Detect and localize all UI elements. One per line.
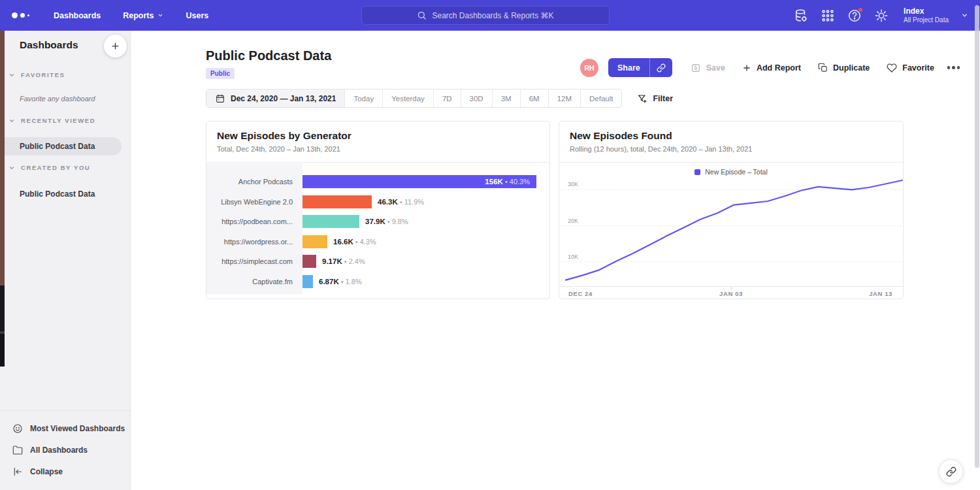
logo-dot bbox=[12, 12, 18, 18]
svg-text:10K: 10K bbox=[568, 253, 578, 260]
range-option-12m[interactable]: 12M bbox=[548, 90, 580, 107]
bar-segment[interactable] bbox=[302, 235, 327, 248]
bar-row: https://podbean.com...37.9K • 9.8% bbox=[206, 212, 549, 232]
share-link-button[interactable] bbox=[649, 58, 672, 77]
bar-category-label: https://simplecast.com bbox=[206, 257, 302, 265]
chevron-down-icon bbox=[157, 12, 163, 18]
search-placeholder: Search Dashboards & Reports ⌘K bbox=[432, 11, 553, 20]
bar-segment[interactable] bbox=[302, 215, 359, 228]
public-badge: Public bbox=[206, 68, 235, 79]
svg-text:20K: 20K bbox=[568, 218, 578, 224]
bar-category-label: Captivate.fm bbox=[206, 278, 302, 286]
all-dashboards-button[interactable]: All Dashboards bbox=[0, 439, 130, 461]
help-icon[interactable] bbox=[847, 8, 862, 23]
filter-button[interactable]: Filter bbox=[637, 93, 673, 104]
sidebar: Dashboards FAVORITES Favorite any dashbo… bbox=[0, 31, 131, 490]
collapse-sidebar-button[interactable]: Collapse bbox=[0, 461, 130, 482]
section-label: RECENTLY VIEWED bbox=[21, 117, 95, 124]
chart-legend[interactable]: New Episode – Total bbox=[559, 168, 903, 176]
vertical-scrollbar[interactable] bbox=[975, 5, 979, 468]
app-logo[interactable] bbox=[12, 12, 38, 18]
more-options-button[interactable] bbox=[947, 66, 960, 69]
plus-icon bbox=[742, 63, 751, 73]
date-toolbar: Dec 24, 2020 — Jan 13, 2021 TodayYesterd… bbox=[206, 89, 673, 108]
bar-category-label: https://wordpress.or... bbox=[206, 238, 302, 246]
add-report-label: Add Report bbox=[757, 63, 801, 73]
x-tick-label: JAN 13 bbox=[869, 290, 892, 297]
sidebar-section-created-by-you[interactable]: CREATED BY YOU bbox=[0, 164, 131, 171]
folder-icon bbox=[12, 445, 23, 455]
bar-value-label: 16.6K • 4.3% bbox=[333, 238, 376, 246]
bar-segment[interactable] bbox=[302, 195, 372, 208]
range-option-6m[interactable]: 6M bbox=[520, 90, 548, 107]
date-range-picker[interactable]: Dec 24, 2020 — Jan 13, 2021 bbox=[206, 90, 344, 107]
filter-funnel-icon bbox=[637, 93, 647, 104]
share-button-label[interactable]: Share bbox=[608, 58, 649, 77]
legend-swatch bbox=[694, 169, 700, 175]
range-option-default[interactable]: Default bbox=[580, 90, 621, 107]
save-button[interactable]: Save bbox=[691, 63, 725, 73]
chevron-down-icon bbox=[8, 118, 15, 124]
legend-label: New Episode – Total bbox=[705, 168, 768, 176]
chevron-down-icon[interactable] bbox=[961, 12, 968, 19]
range-option-7d[interactable]: 7D bbox=[433, 90, 461, 107]
x-tick-label: DEC 24 bbox=[568, 290, 593, 297]
bar-track: 9.17K • 2.4% bbox=[302, 255, 549, 268]
save-icon bbox=[691, 63, 701, 73]
sidebar-section-favorites[interactable]: FAVORITES bbox=[0, 71, 131, 78]
background-window-sliver bbox=[0, 334, 5, 367]
sidebar-section-recently-viewed[interactable]: RECENTLY VIEWED bbox=[0, 117, 131, 124]
footer-item-label: Collapse bbox=[30, 467, 63, 476]
sidebar-item-public-podcast-data[interactable]: Public Podcast Data bbox=[0, 137, 122, 155]
range-option-today[interactable]: Today bbox=[344, 90, 382, 107]
nav-items: Dashboards Reports Users bbox=[54, 11, 208, 20]
card-header: New Episodes by Generator Total, Dec 24t… bbox=[206, 122, 549, 163]
nav-right: Index All Project Data bbox=[794, 0, 968, 31]
settings-gear-icon[interactable] bbox=[874, 8, 889, 23]
link-icon bbox=[657, 63, 666, 73]
add-dashboard-button[interactable] bbox=[104, 35, 127, 57]
bar-chart-body: Anchor Podcasts156K • 40.3%Libsyn WebEng… bbox=[206, 163, 549, 298]
floating-link-button[interactable] bbox=[939, 459, 963, 483]
chevron-down-icon bbox=[8, 165, 15, 171]
dot bbox=[957, 66, 960, 69]
apps-grid-icon[interactable] bbox=[821, 8, 835, 23]
sidebar-item-label: Public Podcast Data bbox=[20, 142, 95, 151]
bar-value-label: 6.87K • 1.8% bbox=[319, 278, 362, 286]
bar-row: Anchor Podcasts156K • 40.3% bbox=[206, 172, 549, 192]
project-subtitle: All Project Data bbox=[904, 16, 949, 25]
range-option-3m[interactable]: 3M bbox=[492, 90, 520, 107]
nav-item-dashboards[interactable]: Dashboards bbox=[54, 11, 101, 20]
bar-segment[interactable] bbox=[302, 275, 313, 288]
bar-category-label: Libsyn WebEngine 2.0 bbox=[206, 198, 302, 206]
calendar-icon bbox=[215, 93, 225, 104]
most-viewed-dashboards-button[interactable]: Most Viewed Dashboards bbox=[0, 417, 130, 439]
duplicate-button[interactable]: Duplicate bbox=[818, 63, 870, 73]
chevron-down-icon bbox=[8, 72, 15, 78]
data-sources-icon[interactable] bbox=[794, 8, 808, 23]
line-plot: 10K20K30K bbox=[559, 177, 903, 286]
date-range-label: Dec 24, 2020 — Jan 13, 2021 bbox=[231, 94, 336, 103]
range-option-yesterday[interactable]: Yesterday bbox=[382, 90, 433, 107]
section-label: FAVORITES bbox=[21, 71, 65, 78]
dot bbox=[952, 66, 955, 69]
share-button[interactable]: Share bbox=[608, 58, 672, 77]
bar-track: 37.9K • 9.8% bbox=[302, 215, 549, 228]
favorite-label: Favorite bbox=[902, 63, 934, 73]
nav-item-users[interactable]: Users bbox=[186, 11, 208, 20]
bar-row: https://wordpress.or...16.6K • 4.3% bbox=[206, 232, 549, 252]
add-report-button[interactable]: Add Report bbox=[742, 63, 801, 73]
bar-value-label: 9.17K • 2.4% bbox=[322, 257, 365, 265]
nav-item-reports[interactable]: Reports bbox=[123, 11, 163, 20]
bar-segment[interactable] bbox=[302, 255, 316, 268]
svg-text:30K: 30K bbox=[568, 181, 578, 188]
range-option-30d[interactable]: 30D bbox=[461, 90, 492, 107]
sidebar-item-public-podcast-data[interactable]: Public Podcast Data bbox=[0, 185, 122, 203]
save-label: Save bbox=[706, 63, 725, 73]
search-input[interactable]: Search Dashboards & Reports ⌘K bbox=[361, 6, 610, 25]
sidebar-title: Dashboards bbox=[20, 39, 78, 51]
project-selector[interactable]: Index All Project Data bbox=[904, 7, 949, 25]
favorite-button[interactable]: Favorite bbox=[887, 63, 934, 73]
avatar[interactable]: RH bbox=[580, 59, 598, 77]
bar-category-label: Anchor Podcasts bbox=[206, 178, 302, 186]
